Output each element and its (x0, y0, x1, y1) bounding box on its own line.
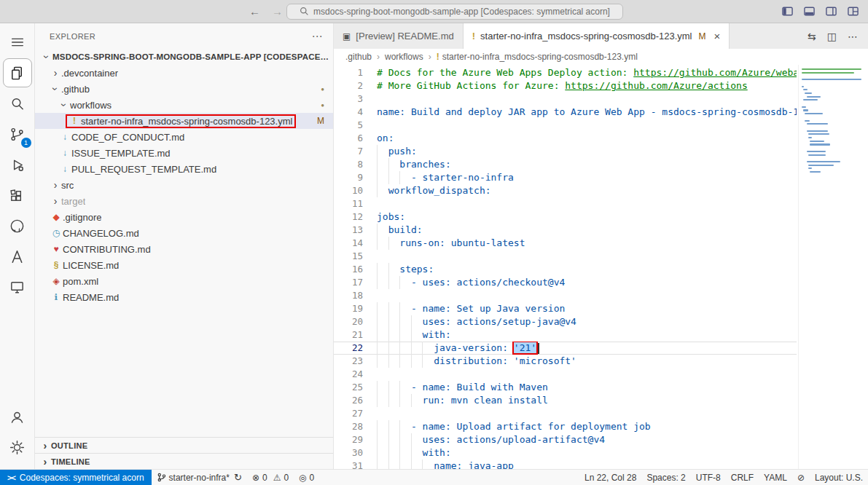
code-line-26[interactable]: 26 run: mvn clean install (334, 394, 797, 407)
code-line-2[interactable]: 2# More GitHub Actions for Azure: https:… (334, 79, 797, 92)
menu-button[interactable] (3, 28, 32, 57)
indent-guide (377, 171, 378, 184)
code-line-17[interactable]: 17 - uses: actions/checkout@v4 (334, 276, 797, 289)
tree-item-gitignore[interactable]: ◆.gitignore (35, 209, 333, 225)
toggle-sidebar-icon[interactable] (781, 5, 794, 17)
account-button[interactable] (3, 402, 32, 431)
code-line-30[interactable]: 30 with: (334, 446, 797, 460)
code-line-15[interactable]: 15 (334, 250, 797, 263)
tree-item-pom[interactable]: ◈pom.xml (35, 273, 333, 289)
encoding-setting[interactable]: UTF-8 (691, 470, 726, 485)
code-line-14[interactable]: 14 runs-on: ubuntu-latest (334, 237, 797, 250)
close-icon[interactable]: × (714, 30, 721, 42)
outline-panel-header[interactable]: › OUTLINE (35, 437, 333, 453)
sidebar-item-remote-explorer[interactable] (3, 272, 32, 301)
language-mode[interactable]: YAML (759, 470, 792, 485)
indentation-setting[interactable]: Spaces: 2 (641, 470, 690, 485)
toggle-secondary-sidebar-icon[interactable] (825, 5, 837, 17)
code-line-8[interactable]: 8 branches: (334, 158, 797, 171)
back-button[interactable]: ← (249, 5, 260, 17)
cursor-position[interactable]: Ln 22, Col 28 (579, 470, 641, 485)
open-changes-icon[interactable]: ⇆ (808, 31, 816, 42)
tree-item-changelog[interactable]: ◷CHANGELOG.md (35, 225, 333, 241)
code-line-24[interactable]: 24 (334, 368, 797, 381)
tree-item-code-of-conduct[interactable]: ↓CODE_OF_CONDUCT.md (35, 129, 333, 145)
code-line-23[interactable]: 23 distribution: 'microsoft' (334, 355, 797, 368)
code-line-19[interactable]: 19 - name: Set up Java version (334, 302, 797, 315)
breadcrumb-item[interactable]: .github (345, 52, 372, 62)
sidebar-item-search[interactable] (3, 89, 32, 118)
code-line-13[interactable]: 13 build: (334, 224, 797, 237)
code-line-18[interactable]: 18 (334, 289, 797, 302)
sidebar-item-explorer[interactable] (3, 58, 32, 87)
timeline-panel-header[interactable]: › TIMELINE (35, 453, 333, 469)
code-line-6[interactable]: 6on: (334, 132, 797, 145)
code-line-16[interactable]: 16 steps: (334, 263, 797, 276)
keyboard-layout[interactable]: Layout: U.S. (810, 470, 868, 485)
toggle-panel-icon[interactable] (803, 5, 816, 17)
eol-setting[interactable]: CRLF (726, 470, 759, 485)
customize-layout-icon[interactable] (847, 5, 859, 17)
tab-readme-preview[interactable]: ▣ [Preview] README.md (334, 23, 464, 49)
tree-item-contributing[interactable]: ♥CONTRIBUTING.md (35, 241, 333, 257)
code-editor[interactable]: 1# Docs for the Azure Web Apps Deploy ac… (334, 65, 868, 469)
sync-icon[interactable]: ↻ (234, 472, 242, 483)
minimap-line (807, 96, 821, 98)
tree-item-src[interactable]: ›src (35, 177, 333, 193)
code-line-4[interactable]: 4name: Build and deploy JAR app to Azure… (334, 106, 797, 119)
tree-item-workflow-yml[interactable]: !starter-no-infra_msdocs-spring-cosmosdb… (35, 113, 333, 129)
code-line-7[interactable]: 7 push: (334, 145, 797, 158)
tree-item-label: MSDOCS-SPRING-BOOT-MONGODB-SAMPLE-APP [C… (52, 52, 333, 61)
command-center-search[interactable]: msdocs-spring-boot-mongodb-sample-app [C… (286, 4, 623, 20)
code-line-20[interactable]: 20 uses: actions/setup-java@v4 (334, 315, 797, 328)
tree-item-github[interactable]: ›.github● (35, 81, 333, 97)
minimap-line (810, 141, 824, 142)
remote-indicator[interactable]: >< Codespaces: symmetrical acorn (0, 470, 152, 485)
indent-guide (388, 315, 389, 328)
code-line-12[interactable]: 12jobs: (334, 210, 797, 224)
tree-item-devcontainer[interactable]: ›.devcontainer (35, 65, 333, 81)
tree-item-workflows[interactable]: ›workflows● (35, 97, 333, 113)
breadcrumb-item[interactable]: !starter-no-infra_msdocs-spring-cosmosdb… (437, 52, 638, 62)
split-editor-icon[interactable]: ◫ (827, 31, 837, 42)
code-line-10[interactable]: 10 workflow_dispatch: (334, 184, 797, 197)
sidebar-item-azure[interactable] (3, 242, 32, 271)
tree-item-license[interactable]: §LICENSE.md (35, 257, 333, 273)
problems-indicator[interactable]: ⊗ 0 ⚠ 0 (247, 470, 294, 485)
code-line-25[interactable]: 25 - name: Build with Maven (334, 381, 797, 394)
branch-indicator[interactable]: starter-no-infra* ↻ (152, 470, 247, 485)
code-line-9[interactable]: 9 - starter-no-infra (334, 171, 797, 184)
sidebar-item-run-debug[interactable] (3, 150, 32, 179)
breadcrumb-item[interactable]: workflows (385, 52, 423, 62)
settings-gear-button[interactable] (3, 433, 32, 462)
code-line-29[interactable]: 29 uses: actions/upload-artifact@v4 (334, 433, 797, 446)
explorer-more-actions-icon[interactable]: ⋯ (312, 30, 323, 43)
minimap[interactable] (798, 65, 868, 469)
sidebar-item-source-control[interactable]: 1 (3, 119, 32, 149)
code-line-11[interactable]: 11 (334, 197, 797, 210)
tree-item-issue-template[interactable]: ↓ISSUE_TEMPLATE.md (35, 145, 333, 161)
tree-item-pull-request-template[interactable]: ↓PULL_REQUEST_TEMPLATE.md (35, 161, 333, 177)
sidebar-item-github[interactable] (3, 211, 32, 240)
code-line-5[interactable]: 5 (334, 119, 797, 132)
warning-icon: ! (472, 31, 475, 42)
code-line-27[interactable]: 27 (334, 407, 797, 420)
code-line-31[interactable]: 31 name: java-app (334, 460, 797, 469)
code-line-22[interactable]: 22 java-version: '21' (334, 342, 797, 355)
tree-item-root[interactable]: ›MSDOCS-SPRING-BOOT-MONGODB-SAMPLE-APP [… (35, 49, 333, 65)
code-line-3[interactable]: 3 (334, 92, 797, 106)
code-line-21[interactable]: 21 with: (334, 328, 797, 342)
ports-indicator[interactable]: ◎ 0 (294, 470, 319, 485)
line-content: uses: actions/setup-java@v4 (377, 315, 797, 328)
activity-bar: 1 (0, 23, 35, 469)
code-line-28[interactable]: 28 - name: Upload artifact for deploymen… (334, 420, 797, 433)
sidebar-item-extensions[interactable] (3, 181, 32, 210)
code-line-1[interactable]: 1# Docs for the Azure Web Apps Deploy ac… (334, 66, 797, 79)
tree-item-readme[interactable]: ℹREADME.md (35, 289, 333, 305)
tree-item-target[interactable]: ›target (35, 193, 333, 209)
editor-more-actions-icon[interactable]: ⋯ (848, 31, 858, 42)
forward-button[interactable]: → (272, 5, 283, 17)
tab-workflow-yml[interactable]: ! starter-no-infra_msdocs-spring-cosmosd… (464, 23, 730, 49)
line-number: 24 (334, 368, 363, 381)
notifications-bell[interactable]: ⊘ (792, 470, 810, 485)
